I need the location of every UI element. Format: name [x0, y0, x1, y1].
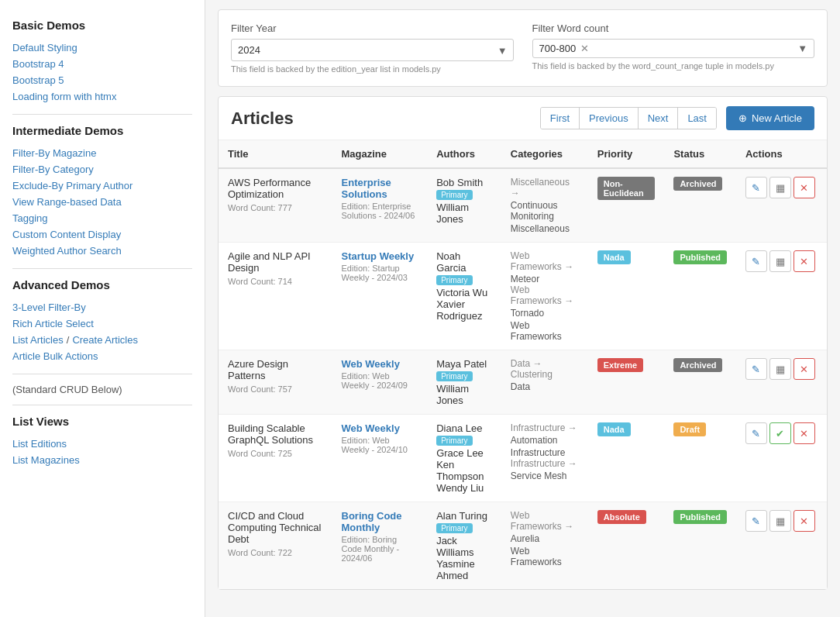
sidebar-item-custom-content[interactable]: Custom Content Display [12, 226, 192, 243]
sidebar-item-rich-article[interactable]: Rich Article Select [12, 315, 192, 332]
sidebar-item-filter-magazine[interactable]: Filter-By Magazine [12, 145, 192, 161]
primary-badge: Primary [436, 190, 472, 200]
priority-badge: Non-Euclidean [597, 177, 656, 200]
advanced-demos-title: Advanced Demos [12, 278, 192, 291]
author-name: Wendy Liu [436, 482, 492, 494]
plus-icon: ⊕ [738, 112, 747, 124]
table-row: CI/CD and Cloud Computing Technical Debt… [219, 502, 827, 590]
table-row: Agile and NLP API Design Word Count: 714… [219, 243, 827, 350]
table-row: Azure Design Patterns Word Count: 757Web… [219, 350, 827, 415]
pagination-last-button[interactable]: Last [678, 108, 716, 129]
filter-year-label: Filter Year [231, 22, 514, 34]
category-path: Infrastructure → [511, 458, 579, 469]
status-badge: Archived [673, 177, 722, 191]
delete-button[interactable]: ✕ [794, 510, 815, 532]
sidebar-item-default-styling[interactable]: Default Styling [12, 40, 192, 56]
sidebar-item-list-magazines[interactable]: List Magazines [12, 452, 192, 468]
col-actions: Actions [736, 140, 827, 168]
filter-wordcount-group: Filter Word count 700-800 ✕ ▼ This field… [532, 22, 815, 74]
intermediate-demos-title: Intermediate Demos [12, 124, 192, 137]
sidebar-item-loading-htmx[interactable]: Loading form with htmx [12, 88, 192, 105]
word-count-clear-button[interactable]: ✕ [579, 43, 590, 54]
pagination-previous-button[interactable]: Previous [580, 108, 639, 129]
author-entry: Alan TuringPrimary [436, 510, 492, 535]
category-path: Data → Clustering [511, 358, 579, 380]
priority-badge: Extreme [597, 358, 643, 372]
sidebar-item-bootstrap5[interactable]: Bootstrap 5 [12, 72, 192, 88]
edit-button[interactable]: ✎ [745, 422, 767, 444]
archive-button[interactable]: ▦ [769, 358, 791, 380]
author-name: Grace Lee [436, 447, 492, 459]
delete-button[interactable]: ✕ [794, 422, 815, 444]
filter-year-hint: This field is backed by the edition_year… [231, 64, 514, 74]
article-title: Azure Design Patterns [228, 358, 323, 381]
magazine-edition: Edition: Startup Weekly - 2024/03 [342, 264, 418, 282]
magazine-name: Web Weekly [342, 358, 418, 370]
status-badge: Published [673, 510, 727, 524]
magazine-edition: Edition: Web Weekly - 2024/09 [342, 371, 418, 390]
sidebar-item-bootstrap4[interactable]: Bootstrap 4 [12, 56, 192, 72]
magazine-edition: Edition: Enterprise Solutions - 2024/06 [342, 202, 418, 220]
category-name: Meteor [511, 274, 579, 284]
word-count: Word Count: 722 [228, 548, 323, 557]
author-entry: Noah GarciaPrimary [436, 250, 492, 287]
edit-button[interactable]: ✎ [745, 358, 767, 380]
approve-button[interactable]: ✔ [769, 422, 791, 444]
sidebar-item-weighted-author[interactable]: Weighted Author Search [12, 243, 192, 259]
sidebar-item-view-range[interactable]: View Range-based Data [12, 194, 192, 210]
magazine-name: Enterprise Solutions [342, 177, 418, 200]
article-title: CI/CD and Cloud Computing Technical Debt [228, 510, 323, 545]
sidebar-item-tagging[interactable]: Tagging [12, 210, 192, 226]
table-row: Building Scalable GraphQL Solutions Word… [219, 415, 827, 502]
sidebar-item-list-editions[interactable]: List Editions [12, 436, 192, 452]
pagination-first-button[interactable]: First [541, 108, 580, 129]
new-article-label: New Article [752, 112, 802, 124]
col-categories: Categories [501, 140, 588, 168]
sidebar-item-exclude-author[interactable]: Exclude-By Primary Author [12, 178, 192, 194]
sidebar-item-3level[interactable]: 3-Level Filter-By [12, 299, 192, 315]
category-name: Aurelia [511, 533, 579, 544]
author-name: Diana Lee [436, 422, 482, 434]
archive-button[interactable]: ▦ [769, 250, 791, 272]
sidebar-item-filter-category[interactable]: Filter-By Category [12, 161, 192, 178]
sidebar-item-list-articles[interactable]: List Articles [12, 332, 64, 348]
priority-badge: Nada [597, 250, 631, 264]
sidebar-divider-3 [12, 374, 192, 374]
word-count: Word Count: 777 [228, 203, 323, 212]
filter-wordcount-hint: This field is backed by the word_count_r… [532, 61, 815, 71]
col-authors: Authors [427, 140, 501, 168]
sidebar-item-create-articles[interactable]: Create Articles [72, 332, 138, 348]
filter-wordcount-field[interactable]: 700-800 ✕ ▼ [532, 39, 815, 58]
category-name: Tornado [511, 308, 579, 319]
category-name: Continuous Monitoring [511, 200, 579, 222]
new-article-button[interactable]: ⊕ New Article [726, 106, 814, 130]
pagination-next-button[interactable]: Next [639, 108, 679, 129]
delete-button[interactable]: ✕ [794, 250, 815, 272]
archive-button[interactable]: ▦ [769, 177, 791, 198]
primary-badge: Primary [436, 436, 472, 446]
author-name: Alan Turing [436, 510, 487, 522]
magazine-edition: Edition: Web Weekly - 2024/10 [342, 436, 418, 454]
author-name: Xavier Rodriguez [436, 298, 492, 322]
edit-button[interactable]: ✎ [745, 177, 767, 198]
delete-button[interactable]: ✕ [794, 177, 815, 198]
edit-button[interactable]: ✎ [745, 250, 767, 272]
primary-badge: Primary [436, 371, 472, 381]
articles-table: Title Magazine Authors Categories Priori… [219, 140, 827, 589]
col-title: Title [219, 140, 332, 168]
author-name: William Jones [436, 202, 492, 225]
archive-button[interactable]: ▦ [769, 510, 791, 532]
sidebar-item-bulk-actions[interactable]: Article Bulk Actions [12, 348, 192, 364]
main-content: Filter Year 2024 ▼ This field is backed … [205, 0, 840, 617]
sidebar-divider-2 [12, 268, 192, 269]
category-name: Service Mesh [511, 471, 579, 481]
status-badge: Published [673, 250, 727, 264]
magazine-name: Boring Code Monthly [342, 510, 418, 533]
article-title: Building Scalable GraphQL Solutions [228, 422, 323, 446]
edit-button[interactable]: ✎ [745, 510, 767, 532]
author-name: Victoria Wu [436, 287, 492, 298]
author-name: Maya Patel [436, 358, 487, 370]
filter-year-select[interactable]: 2024 [231, 39, 514, 61]
author-entry: Diana LeePrimary [436, 422, 492, 447]
delete-button[interactable]: ✕ [794, 358, 815, 380]
